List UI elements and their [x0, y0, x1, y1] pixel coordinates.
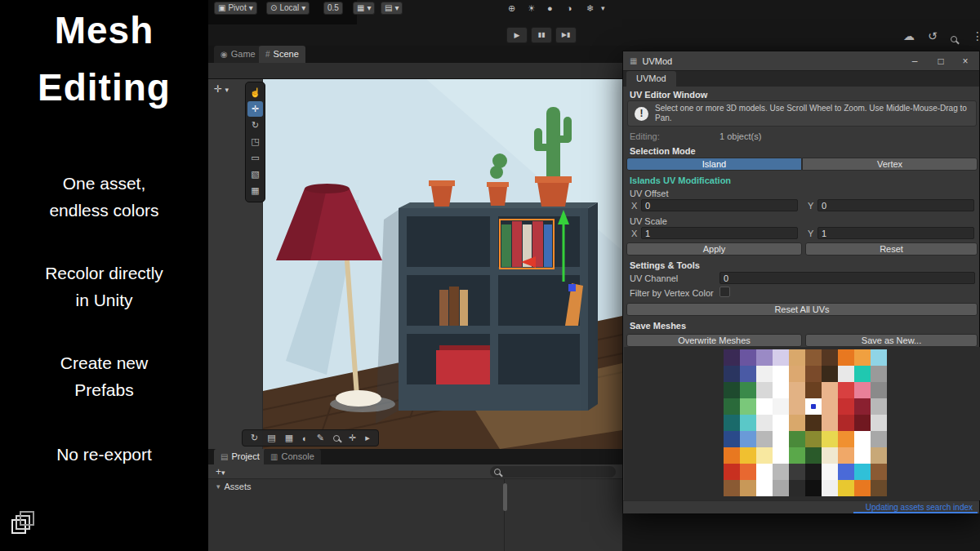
chevron-down-icon: ▾: [301, 2, 305, 14]
palette-cell: [805, 431, 822, 447]
uvmod-window: ▦ UVMod – □ × UVMod UV Editor Window ! S…: [622, 51, 980, 513]
tab-project[interactable]: ▤Project: [214, 449, 266, 464]
search-icon[interactable]: [951, 32, 957, 45]
uv-scale-label: UV Scale: [630, 216, 667, 226]
local-dropdown[interactable]: ⊙ Local ▾: [266, 2, 310, 15]
project-icon: ▤: [220, 452, 228, 461]
minimize-button[interactable]: –: [902, 51, 927, 71]
palette-cell: [854, 431, 871, 447]
scene-viewport[interactable]: [263, 79, 622, 449]
palette-cell: [822, 431, 838, 447]
scene-audio-icon[interactable]: ●: [547, 2, 553, 15]
tab-scene-label: Scene: [274, 49, 299, 59]
lighting-toggle-icon[interactable]: ◐: [302, 433, 308, 443]
menu-icon[interactable]: ⋮: [972, 29, 980, 42]
close-button[interactable]: ×: [953, 51, 978, 71]
history-icon[interactable]: ↺: [928, 29, 938, 42]
project-scrollbar[interactable]: [503, 483, 507, 511]
shading-icon[interactable]: ▤: [267, 433, 275, 443]
screenshot-root: Mesh Editing One asset, endless colors R…: [0, 0, 980, 551]
selection-mode-header: Selection Mode: [630, 146, 696, 156]
hand-tool-icon[interactable]: ☝: [247, 85, 263, 100]
move-tool-icon[interactable]: ✛: [247, 101, 263, 117]
palette-grid[interactable]: [724, 349, 887, 496]
palette-cell: [838, 431, 854, 447]
grid-snap-dropdown[interactable]: ▦ ▾: [353, 2, 375, 15]
pivot-dropdown[interactable]: ▣ Pivot ▾: [214, 2, 257, 15]
vertex-mode-button[interactable]: Vertex: [802, 158, 978, 171]
uv-preview-area[interactable]: [624, 347, 980, 500]
rect-tool-icon[interactable]: ▭: [247, 150, 263, 166]
chevron-down-icon: ▾: [249, 2, 253, 14]
grid-visibility-dropdown[interactable]: ▤ ▾: [381, 2, 403, 15]
offset-x-field[interactable]: [641, 199, 798, 211]
layers-logo-icon: [11, 511, 36, 535]
annotate-icon[interactable]: ✎: [317, 433, 324, 443]
palette-cell: [789, 447, 805, 464]
tab-console[interactable]: ▥Console: [264, 449, 321, 464]
palette-cell: [838, 415, 854, 431]
palette-cell: [740, 382, 756, 398]
palette-cell: [724, 349, 740, 366]
pan-icon[interactable]: ✛: [349, 433, 356, 443]
palette-cell: [773, 382, 789, 398]
chevron-down-icon[interactable]: ▾: [601, 2, 605, 15]
palette-cell: [773, 415, 789, 431]
uvmod-helpbox: ! Select one or more 3D models. Use Scro…: [627, 100, 977, 127]
chevron-down-icon: ▾: [394, 2, 399, 14]
uv-editor-header: UV Editor Window: [630, 90, 707, 100]
palette-cell: [871, 447, 887, 464]
project-search-input[interactable]: [490, 466, 616, 478]
add-asset-button[interactable]: +▾: [216, 466, 225, 478]
palette-cell: [773, 464, 789, 480]
scene-gizmo-icon[interactable]: ⊕: [508, 2, 515, 15]
apply-button[interactable]: Apply: [626, 242, 802, 256]
transform-tool-icon[interactable]: ▧: [247, 167, 263, 182]
filter-vertex-color-checkbox[interactable]: [719, 287, 730, 297]
editing-label: Editing:: [630, 131, 660, 141]
bullet-line: Create new: [0, 349, 208, 376]
palette-cell: [871, 464, 887, 480]
search-icon: [494, 469, 501, 475]
transform-handle-dropdown[interactable]: ✛ ▾: [214, 83, 229, 95]
zoom-icon[interactable]: [333, 435, 340, 442]
snap-value-field[interactable]: 0.5: [323, 2, 343, 15]
scale-x-field[interactable]: [641, 227, 798, 239]
pause-button[interactable]: ▮▮: [531, 27, 552, 43]
reset-all-uvs-button[interactable]: Reset All UVs: [626, 303, 978, 316]
palette-cell: [740, 349, 756, 366]
step-button[interactable]: ▶▮: [555, 27, 577, 43]
play-button[interactable]: ▶: [506, 27, 528, 43]
orbit-icon[interactable]: ↻: [251, 433, 258, 443]
palette-cell: [838, 464, 854, 480]
palette-cell: [838, 366, 854, 382]
palette-cell: [822, 447, 838, 464]
scene-render: [263, 79, 622, 449]
wireframe-icon[interactable]: ▦: [285, 433, 293, 443]
reset-button[interactable]: Reset: [805, 242, 978, 256]
scale-tool-icon[interactable]: ◳: [247, 134, 263, 149]
maximize-button[interactable]: □: [929, 51, 953, 71]
cloud-services-icon[interactable]: ☁: [903, 29, 915, 42]
scene-lighting-icon[interactable]: ☀: [528, 2, 536, 15]
assets-label: Assets: [225, 482, 252, 491]
palette-cell: [724, 447, 740, 464]
rotate-tool-icon[interactable]: ↻: [247, 118, 263, 133]
save-as-new-button[interactable]: Save as New...: [805, 334, 978, 347]
offset-y-field[interactable]: [817, 199, 974, 211]
tab-game[interactable]: ◉Game: [214, 46, 262, 63]
island-mode-button[interactable]: Island: [626, 158, 802, 171]
tab-scene[interactable]: #Scene: [259, 46, 305, 63]
scene-grid-icon: #: [265, 50, 270, 59]
uvmod-tab[interactable]: UVMod: [626, 71, 676, 87]
uv-channel-field[interactable]: [719, 272, 975, 284]
expand-icon[interactable]: ▸: [365, 433, 370, 443]
palette-cell: [740, 431, 756, 447]
scene-visibility-icon[interactable]: ❄: [586, 2, 594, 15]
palette-cell: [805, 382, 822, 398]
assets-folder-item[interactable]: ▾ Assets: [216, 482, 252, 491]
scale-y-field[interactable]: [817, 227, 974, 239]
scene-fx-icon[interactable]: ◑: [567, 2, 572, 15]
overwrite-meshes-button[interactable]: Overwrite Meshes: [626, 334, 802, 347]
grid-tool-icon[interactable]: ▦: [247, 183, 263, 198]
